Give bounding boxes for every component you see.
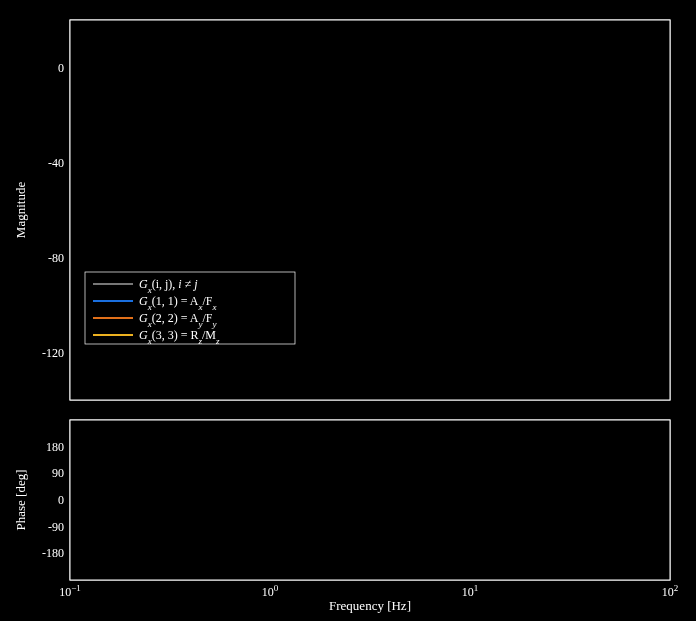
svg-text:10−1: 10−1 <box>59 583 81 599</box>
legend-box: Gx(i, j), i ≠ jGx(1, 1) = Ax/FxGx(2, 2) … <box>85 272 295 346</box>
svg-text:-120: -120 <box>42 346 64 360</box>
bode-chart-svg: -120-80-400 Magnitude Gx(i, j), i ≠ jGx(… <box>0 0 696 621</box>
svg-text:0: 0 <box>58 493 64 507</box>
phase-yticks: -180-90090180 <box>42 440 64 561</box>
xlabel: Frequency [Hz] <box>329 598 411 613</box>
svg-rect-85 <box>70 420 670 580</box>
svg-text:100: 100 <box>262 583 279 599</box>
svg-text:-90: -90 <box>48 520 64 534</box>
phase-ylabel: Phase [deg] <box>13 469 28 530</box>
phase-panel: -180-90090180 10−1100101102 Phase [deg] … <box>13 420 678 613</box>
svg-text:101: 101 <box>462 583 479 599</box>
bode-plot-container: -120-80-400 Magnitude Gx(i, j), i ≠ jGx(… <box>0 0 696 621</box>
svg-text:180: 180 <box>46 440 64 454</box>
svg-text:-180: -180 <box>42 546 64 560</box>
phase-xticks: 10−1100101102 <box>59 583 678 599</box>
magnitude-yticks: -120-80-400 <box>42 61 64 360</box>
svg-text:-80: -80 <box>48 251 64 265</box>
svg-text:90: 90 <box>52 466 64 480</box>
svg-text:102: 102 <box>662 583 679 599</box>
svg-text:-40: -40 <box>48 156 64 170</box>
svg-text:0: 0 <box>58 61 64 75</box>
magnitude-ylabel: Magnitude <box>13 182 28 239</box>
